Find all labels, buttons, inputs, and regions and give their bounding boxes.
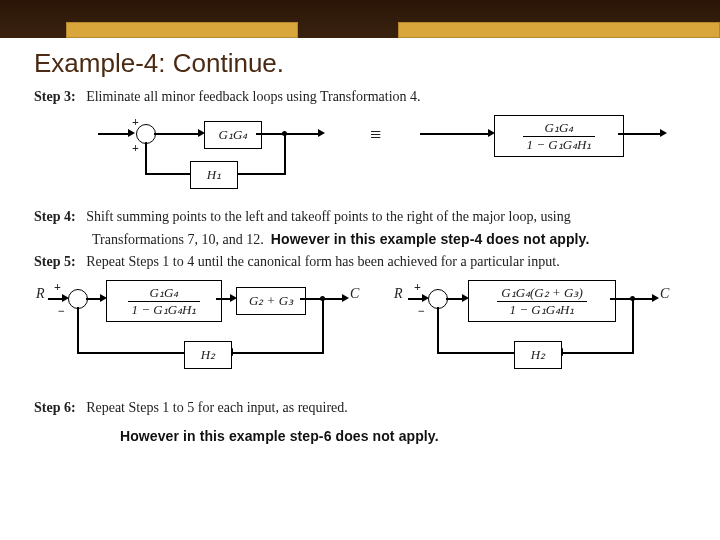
step3-label: Step 3: [34, 89, 76, 104]
slide-body: Example-4: Continue. Step 3: Eliminate a… [0, 38, 720, 444]
label-C-left: C [350, 286, 359, 302]
step4-desc-a: Shift summing points to the left and tak… [86, 209, 571, 224]
label-C-right: C [660, 286, 669, 302]
label-R-right: R [394, 286, 403, 302]
step3-diagram: + + G₁G₄ H₁ ≡ G₁G₄1 − G₁G₄H₁ [50, 111, 670, 203]
step6-note: However in this example step-6 does not … [120, 428, 686, 444]
block-h2-left: H₂ [184, 341, 232, 369]
block-g2g3: G₂ + G₃ [236, 287, 306, 315]
step6-desc: Repeat Steps 1 to 5 for each input, as r… [86, 400, 348, 415]
step3-text: Step 3: Eliminate all minor feedback loo… [34, 89, 686, 105]
block-fracB: G₁G₄(G₂ + G₃)1 − G₁G₄H₁ [468, 280, 616, 322]
step5-text: Step 5: Repeat Steps 1 to 4 until the ca… [34, 254, 686, 270]
accent-bar-left [66, 22, 298, 38]
sum-left [68, 289, 88, 309]
sum-junction [136, 124, 156, 144]
slide-title: Example-4: Continue. [34, 48, 686, 79]
step4-text: Step 4: Shift summing points to the left… [34, 209, 686, 225]
equiv-symbol: ≡ [370, 123, 381, 146]
block-h1: H₁ [190, 161, 238, 189]
label-R-left: R [36, 286, 45, 302]
header-band [0, 0, 720, 38]
step5-desc: Repeat Steps 1 to 4 until the canonical … [86, 254, 560, 269]
step4-desc-b: Transformations 7, 10, and 12. [92, 232, 264, 247]
step5-label: Step 5: [34, 254, 76, 269]
step4-label: Step 4: [34, 209, 76, 224]
block-h2-right: H₂ [514, 341, 562, 369]
block-g1g4: G₁G₄ [204, 121, 262, 149]
sum-right [428, 289, 448, 309]
plus-lower: + [132, 141, 139, 156]
step4-note: However in this example step-4 does not … [271, 231, 590, 247]
step5-diagram: R + − G₁G₄1 − G₁G₄H₁ G₂ + G₃ C H₂ R + − [34, 276, 694, 394]
step6-label: Step 6: [34, 400, 76, 415]
step3-desc: Eliminate all minor feedback loops using… [86, 89, 420, 104]
block-fracA: G₁G₄1 − G₁G₄H₁ [494, 115, 624, 157]
block-fracA-left: G₁G₄1 − G₁G₄H₁ [106, 280, 222, 322]
accent-bar-right [398, 22, 720, 38]
step6-text: Step 6: Repeat Steps 1 to 5 for each inp… [34, 400, 686, 416]
